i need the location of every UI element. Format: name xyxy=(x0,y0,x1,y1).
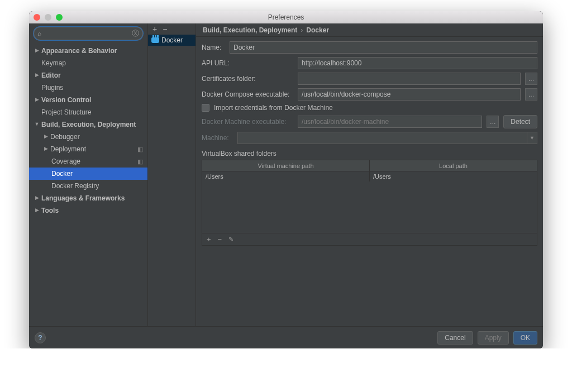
breadcrumb-parent: Build, Execution, Deployment xyxy=(203,26,297,34)
sidebar-item-deployment[interactable]: ▶Deployment◧ xyxy=(29,143,147,155)
table-edit-button[interactable]: ✎ xyxy=(228,236,233,243)
table-body: /Users /Users xyxy=(202,171,537,233)
compose-browse-button[interactable]: … xyxy=(525,88,537,101)
compose-input[interactable] xyxy=(298,88,521,101)
cell-vm-path: /Users xyxy=(202,171,370,181)
project-scope-icon: ◧ xyxy=(137,146,143,153)
docker-settings-form: Name: API URL: Certificates folder: … Do… xyxy=(196,37,543,246)
project-scope-icon: ◧ xyxy=(137,158,143,165)
add-server-button[interactable]: + xyxy=(152,25,157,34)
search-icon: ⌕ xyxy=(37,30,41,37)
import-credentials-checkbox[interactable] xyxy=(202,104,209,112)
sidebar-item-build-execution[interactable]: ▼Build, Execution, Deployment xyxy=(29,118,147,131)
main-area: ⌕ ⓧ ▶Appearance & Behavior Keymap ▶Edito… xyxy=(29,23,543,326)
remove-server-button[interactable]: − xyxy=(163,25,167,34)
window-minimize-button[interactable] xyxy=(45,14,51,21)
sidebar-item-plugins[interactable]: Plugins xyxy=(29,82,147,94)
search-field[interactable]: ⌕ ⓧ xyxy=(34,27,143,40)
docker-server-item[interactable]: Docker xyxy=(148,35,196,46)
table-row[interactable]: /Users /Users xyxy=(202,171,537,181)
window-body: ⌕ ⓧ ▶Appearance & Behavior Keymap ▶Edito… xyxy=(29,23,543,348)
docker-icon xyxy=(151,37,159,43)
window-title: Preferences xyxy=(29,13,543,21)
dialog-footer: ? Cancel Apply OK xyxy=(29,326,543,348)
machine-exec-label: Docker Machine executable: xyxy=(202,118,293,126)
server-item-label: Docker xyxy=(161,36,183,44)
sidebar-item-tools[interactable]: ▶Tools xyxy=(29,204,147,217)
window-close-button[interactable] xyxy=(34,14,40,21)
preferences-window: Preferences ⌕ ⓧ ▶Appearance & Behavior K… xyxy=(29,11,543,348)
sidebar: ⌕ ⓧ ▶Appearance & Behavior Keymap ▶Edito… xyxy=(29,23,148,326)
settings-content: Build, Execution, Deployment › Docker Na… xyxy=(196,23,543,326)
cell-local-path: /Users xyxy=(370,171,537,181)
table-header: Virtual machine path Local path xyxy=(202,160,537,171)
machine-label: Machine: xyxy=(202,134,233,142)
machine-select[interactable]: ▼ xyxy=(237,132,537,144)
machine-exec-input xyxy=(298,116,482,128)
sidebar-item-appearance[interactable]: ▶Appearance & Behavior xyxy=(29,45,147,57)
vbox-section-label: VirtualBox shared folders xyxy=(202,150,537,157)
shared-folders-table: Virtual machine path Local path /Users /… xyxy=(202,160,537,246)
table-add-button[interactable]: + xyxy=(207,235,211,243)
api-url-label: API URL: xyxy=(202,59,293,67)
certificates-label: Certificates folder: xyxy=(202,75,293,83)
table-head-vm: Virtual machine path xyxy=(202,160,370,171)
table-toolbar: + − ✎ xyxy=(202,233,537,245)
import-credentials-label: Import credentials from Docker Machine xyxy=(214,104,333,112)
compose-label: Docker Compose executable: xyxy=(202,90,293,98)
server-list-toolbar: + − xyxy=(148,23,196,35)
search-clear-icon[interactable]: ⓧ xyxy=(132,28,139,39)
breadcrumb-leaf: Docker xyxy=(306,26,329,34)
docker-server-list: + − Docker xyxy=(148,23,196,326)
sidebar-item-keymap[interactable]: Keymap xyxy=(29,57,147,69)
traffic-lights xyxy=(34,14,63,21)
sidebar-item-version-control[interactable]: ▶Version Control xyxy=(29,94,147,106)
window-zoom-button[interactable] xyxy=(56,14,63,21)
cancel-button[interactable]: Cancel xyxy=(437,331,473,345)
sidebar-item-project-structure[interactable]: Project Structure xyxy=(29,106,147,118)
sidebar-item-debugger[interactable]: ▶Debugger xyxy=(29,131,147,143)
apply-button[interactable]: Apply xyxy=(478,331,509,345)
table-head-local: Local path xyxy=(370,160,537,171)
certificates-input[interactable] xyxy=(298,73,521,85)
sidebar-item-coverage[interactable]: Coverage◧ xyxy=(29,155,147,168)
sidebar-item-languages[interactable]: ▶Languages & Frameworks xyxy=(29,192,147,204)
table-remove-button[interactable]: − xyxy=(218,235,222,243)
ok-button[interactable]: OK xyxy=(513,331,537,345)
search-input[interactable] xyxy=(44,30,132,37)
breadcrumb: Build, Execution, Deployment › Docker xyxy=(196,23,543,37)
titlebar: Preferences xyxy=(29,11,543,23)
sidebar-item-editor[interactable]: ▶Editor xyxy=(29,69,147,82)
settings-tree: ▶Appearance & Behavior Keymap ▶Editor Pl… xyxy=(29,44,147,326)
chevron-right-icon: › xyxy=(301,26,303,34)
detect-button[interactable]: Detect xyxy=(503,115,537,128)
sidebar-item-docker-registry[interactable]: Docker Registry xyxy=(29,180,147,192)
sidebar-item-docker[interactable]: Docker xyxy=(29,168,147,180)
help-button[interactable]: ? xyxy=(35,332,46,343)
name-input[interactable] xyxy=(230,41,537,54)
name-label: Name: xyxy=(202,44,225,51)
certificates-browse-button[interactable]: … xyxy=(525,73,537,85)
api-url-input[interactable] xyxy=(298,57,537,69)
machine-exec-browse-button[interactable]: … xyxy=(487,116,499,128)
chevron-down-icon: ▼ xyxy=(527,132,537,144)
